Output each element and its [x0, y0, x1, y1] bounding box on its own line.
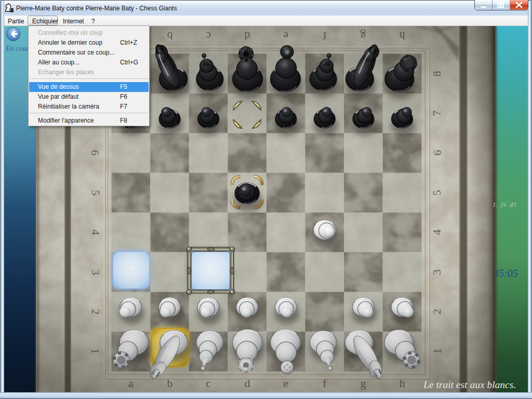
svg-text:1. f4 d5: 1. f4 d5 — [493, 201, 516, 208]
svg-text:Le trait est aux blancs.: Le trait est aux blancs. — [423, 379, 516, 390]
svg-text:35:05: 35:05 — [493, 268, 518, 279]
